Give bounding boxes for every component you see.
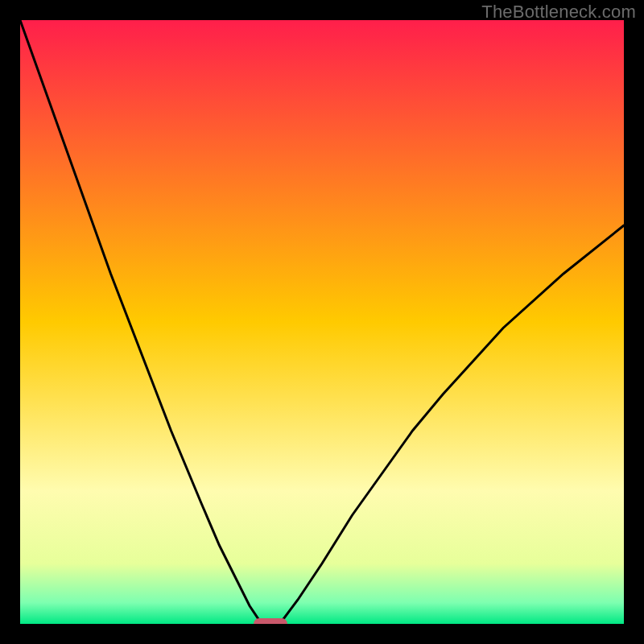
left-curve [20, 20, 262, 624]
plot-area [20, 20, 624, 624]
bottleneck-marker [254, 618, 287, 624]
curve-layer [20, 20, 624, 624]
chart-frame: TheBottleneck.com [0, 0, 644, 644]
watermark-text: TheBottleneck.com [481, 2, 636, 23]
right-curve [280, 225, 625, 624]
